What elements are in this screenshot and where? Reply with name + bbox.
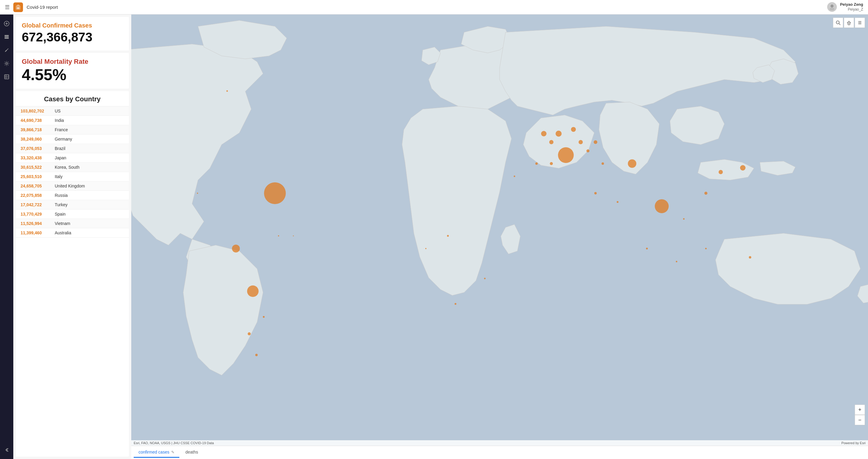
country-name: Vietnam — [55, 221, 70, 226]
svg-marker-1 — [16, 4, 21, 6]
country-name: United Kingdom — [55, 184, 85, 188]
map-attribution: Esri, FAO, NOAA, USGS | JHU CSSE COVID-1… — [131, 440, 868, 446]
country-name: Australia — [55, 231, 71, 235]
tab-bar: confirmed cases✎deaths — [131, 446, 868, 459]
svg-point-11 — [6, 63, 7, 64]
country-name: Italy — [55, 174, 63, 179]
country-cases: 38,249,060 — [21, 137, 52, 142]
country-list-item[interactable]: 11,526,994Vietnam — [16, 219, 129, 228]
country-cases: 17,042,722 — [21, 202, 52, 207]
country-list-item[interactable]: 17,042,722Turkey — [16, 200, 129, 210]
world-map-svg — [131, 14, 868, 440]
country-list-item[interactable]: 22,075,858Russia — [16, 191, 129, 200]
sidebar-icon-add[interactable] — [1, 18, 12, 29]
map-toolbar — [833, 18, 865, 28]
map-container[interactable]: + − — [131, 14, 868, 440]
country-list[interactable]: 103,802,702US44,690,738India39,866,718Fr… — [16, 106, 129, 457]
sidebar-collapse[interactable] — [1, 445, 12, 455]
confirmed-label: Global Confirmed Cases — [22, 22, 123, 29]
zoom-out-button[interactable]: − — [855, 415, 865, 425]
confirmed-cases-card: Global Confirmed Cases 672,366,873 — [16, 17, 129, 51]
country-cases: 24,658,705 — [21, 184, 52, 188]
menu-icon[interactable]: ☰ — [5, 4, 10, 10]
country-name: Spain — [55, 212, 66, 216]
country-name: Turkey — [55, 202, 67, 207]
sidebar-icon-table[interactable] — [1, 71, 12, 82]
country-name: France — [55, 127, 68, 132]
country-list-item[interactable]: 25,603,510Italy — [16, 172, 129, 181]
country-cases: 13,770,429 — [21, 212, 52, 216]
map-home-button[interactable] — [844, 18, 854, 28]
sidebar-icon-settings[interactable] — [1, 58, 12, 69]
mortality-card: Global Mortality Rate 4.55% — [16, 53, 129, 89]
country-cases: 39,866,718 — [21, 127, 52, 132]
user-section: Peiyao Zeng Peiyao_Z — [827, 2, 863, 12]
map-list-button[interactable] — [855, 18, 865, 28]
svg-point-3 — [831, 4, 834, 7]
svg-rect-2 — [17, 7, 19, 9]
powered-by: Powered by Esri — [841, 441, 866, 445]
country-cases: 11,399,460 — [21, 231, 52, 235]
country-list-title: Cases by Country — [16, 91, 129, 106]
country-list-item[interactable]: 13,770,429Spain — [16, 210, 129, 219]
svg-point-4 — [830, 7, 834, 10]
country-cases: 103,802,702 — [21, 109, 52, 113]
sidebar-icon-layers[interactable] — [1, 31, 12, 42]
country-list-item[interactable]: 11,399,460Australia — [16, 228, 129, 238]
country-cases: 25,603,510 — [21, 174, 52, 179]
country-list-item[interactable]: 38,249,060Germany — [16, 134, 129, 144]
tab-edit-icon[interactable]: ✎ — [171, 450, 175, 455]
country-name: US — [55, 109, 61, 113]
country-list-item[interactable]: 33,320,438Japan — [16, 153, 129, 163]
left-panel: Global Confirmed Cases 672,366,873 Globa… — [13, 14, 131, 459]
svg-rect-12 — [4, 75, 9, 79]
mortality-value: 4.55% — [22, 66, 123, 84]
svg-rect-18 — [848, 23, 850, 25]
country-name: Russia — [55, 193, 68, 198]
mortality-label: Global Mortality Rate — [22, 58, 123, 66]
country-name: India — [55, 118, 64, 123]
app-header: ☰ Covid-19 report Peiyao Zeng Peiyao_Z — [0, 0, 868, 14]
confirmed-value: 672,366,873 — [22, 29, 123, 45]
attribution-text: Esri, FAO, NOAA, USGS | JHU CSSE COVID-1… — [134, 441, 214, 445]
country-list-item[interactable]: 30,615,522Korea, South — [16, 163, 129, 172]
tab-deaths[interactable]: deaths — [181, 447, 203, 458]
zoom-controls: + − — [855, 404, 865, 425]
country-name: Brazil — [55, 146, 65, 151]
svg-rect-10 — [4, 38, 9, 39]
country-cases: 11,526,994 — [21, 221, 52, 226]
country-name: Korea, South — [55, 165, 80, 170]
country-cases: 30,615,522 — [21, 165, 52, 170]
avatar — [827, 2, 837, 12]
country-list-item[interactable]: 24,658,705United Kingdom — [16, 181, 129, 191]
country-cases: 44,690,738 — [21, 118, 52, 123]
zoom-in-button[interactable]: + — [855, 404, 865, 415]
user-info: Peiyao Zeng Peiyao_Z — [840, 2, 863, 12]
country-list-item[interactable]: 44,690,738India — [16, 116, 129, 125]
username: Peiyao Zeng — [840, 2, 863, 7]
country-name: Japan — [55, 155, 66, 160]
app-title: Covid-19 report — [27, 4, 824, 10]
country-list-item[interactable]: 103,802,702US — [16, 106, 129, 116]
country-list-card: Cases by Country 103,802,702US44,690,738… — [16, 91, 129, 457]
country-cases: 33,320,438 — [21, 155, 52, 160]
country-name: Germany — [55, 137, 72, 142]
svg-line-17 — [839, 24, 840, 25]
sidebar-icon-brush[interactable] — [1, 45, 12, 56]
content-area: Global Confirmed Cases 672,366,873 Globa… — [13, 14, 868, 459]
country-list-item[interactable]: 39,866,718France — [16, 125, 129, 134]
country-cases: 22,075,858 — [21, 193, 52, 198]
svg-rect-8 — [4, 35, 9, 36]
app-logo — [13, 2, 23, 12]
main-layout: Global Confirmed Cases 672,366,873 Globa… — [0, 14, 868, 459]
map-area: + − — [131, 14, 868, 459]
country-list-item[interactable]: 37,076,053Brazil — [16, 144, 129, 153]
map-search-button[interactable] — [833, 18, 843, 28]
svg-rect-9 — [4, 37, 9, 37]
sidebar — [0, 14, 13, 459]
country-cases: 37,076,053 — [21, 146, 52, 151]
tab-confirmed-cases[interactable]: confirmed cases✎ — [134, 447, 179, 458]
user-id: Peiyao_Z — [840, 7, 863, 12]
